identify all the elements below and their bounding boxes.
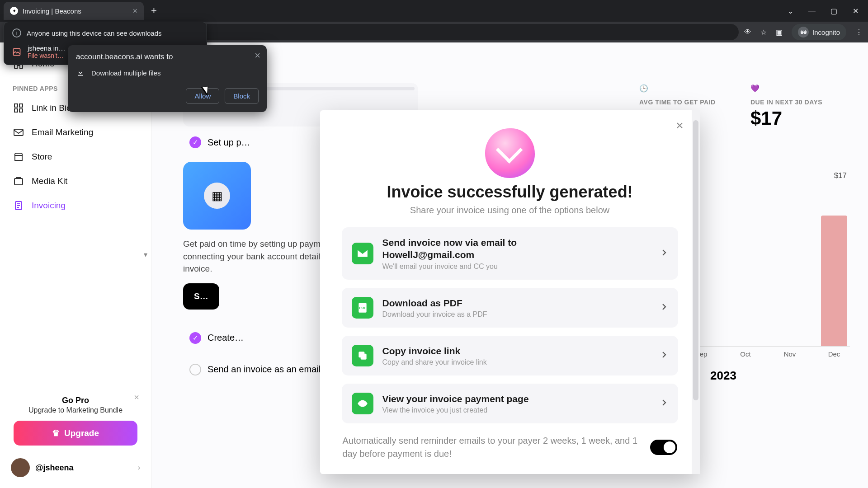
stat-label: DUE IN NEXT 30 DAYS bbox=[750, 99, 850, 106]
bookmark-star-icon[interactable]: ☆ bbox=[760, 28, 767, 37]
window-minimize-icon[interactable]: — bbox=[807, 7, 816, 15]
sidebar-item-label: Invoicing bbox=[32, 201, 66, 211]
reminder-text: Automatically send reminder emails to yo… bbox=[343, 434, 639, 460]
chevron-down-icon[interactable]: ⌄ bbox=[786, 7, 795, 15]
chevron-right-icon bbox=[660, 303, 668, 313]
qr-icon: ▦ bbox=[204, 183, 230, 209]
success-badge-icon bbox=[485, 128, 535, 178]
download-filename[interactable]: jsheena in… bbox=[28, 44, 65, 52]
stat-label: AVG TIME TO GET PAID bbox=[639, 99, 739, 106]
tab-title: Invoicing | Beacons bbox=[23, 7, 128, 15]
stat-value: $17 bbox=[750, 108, 850, 129]
kebab-menu-icon[interactable]: ⋮ bbox=[855, 28, 863, 37]
window-maximize-icon[interactable]: ▢ bbox=[829, 7, 838, 15]
tab-favicon: ✦ bbox=[10, 7, 18, 15]
sidebar-item-label: Store bbox=[32, 152, 52, 162]
extensions-icon[interactable]: ▣ bbox=[776, 28, 783, 37]
eye-off-icon[interactable]: 👁 bbox=[744, 28, 751, 36]
tab-close-icon[interactable]: × bbox=[132, 6, 137, 16]
chevron-right-icon bbox=[660, 249, 668, 258]
chevron-right-icon: › bbox=[138, 464, 140, 472]
sidebar-item-store[interactable]: Store bbox=[7, 145, 144, 169]
promo-title: Go Pro bbox=[14, 396, 137, 405]
svg-rect-6 bbox=[14, 178, 23, 185]
envelope-icon bbox=[352, 243, 373, 264]
invoice-generated-modal: × Invoice successfully generated! Share … bbox=[320, 110, 700, 474]
reminder-toggle-row: Automatically send reminder emails to yo… bbox=[342, 432, 678, 460]
eye-icon bbox=[352, 393, 373, 414]
setup-step-label: Set up p… bbox=[208, 137, 250, 148]
browser-tabstrip: ✦ Invoicing | Beacons × + ⌄ — ▢ ✕ bbox=[0, 0, 868, 22]
chevron-right-icon bbox=[660, 351, 668, 361]
incognito-label: Incognito bbox=[812, 28, 840, 36]
modal-title: Invoice successfully generated! bbox=[342, 183, 678, 202]
browser-tab[interactable]: ✦ Invoicing | Beacons × bbox=[4, 2, 144, 20]
svg-rect-11 bbox=[359, 352, 364, 357]
illustration-card: ▦ bbox=[183, 162, 251, 230]
close-icon[interactable]: × bbox=[676, 118, 683, 133]
close-icon[interactable]: × bbox=[255, 50, 260, 61]
sidebar-item-media-kit[interactable]: Media Kit bbox=[7, 169, 144, 193]
create-step-label: Create… bbox=[208, 333, 244, 343]
reminder-toggle[interactable] bbox=[650, 440, 677, 455]
clock-icon: 🕒 bbox=[639, 84, 651, 96]
heart-icon: 💜 bbox=[750, 84, 762, 96]
send-step-label: Send an invoice as an email bbox=[208, 364, 321, 375]
media-kit-icon bbox=[13, 175, 24, 187]
block-button[interactable]: Block bbox=[225, 88, 259, 104]
upgrade-button-label: Upgrade bbox=[64, 428, 99, 438]
check-icon: ✓ bbox=[189, 136, 201, 148]
image-file-icon bbox=[12, 47, 21, 56]
bar-value-label: $17 bbox=[834, 171, 847, 180]
svg-rect-1 bbox=[14, 104, 18, 107]
sidebar-item-email-marketing[interactable]: Email Marketing bbox=[7, 120, 144, 145]
window-controls: ⌄ — ▢ ✕ bbox=[786, 7, 868, 15]
option-send-email[interactable]: Send invoice now via email toHowellJ@gma… bbox=[342, 227, 678, 280]
avatar bbox=[11, 458, 30, 477]
downloads-message: Anyone using this device can see downloa… bbox=[27, 28, 162, 38]
allow-button[interactable]: Allow bbox=[186, 88, 219, 104]
invoice-icon bbox=[13, 200, 24, 211]
incognito-indicator[interactable]: 🕶 Incognito bbox=[792, 24, 846, 40]
user-handle: @jsheena bbox=[35, 463, 74, 473]
option-view-page[interactable]: View your invoice payment page View the … bbox=[342, 384, 678, 423]
check-icon: ✓ bbox=[189, 332, 201, 344]
svg-rect-2 bbox=[19, 104, 23, 107]
download-icon bbox=[76, 68, 85, 78]
chevron-down-icon[interactable]: ▾ bbox=[144, 250, 151, 258]
sidebar-item-invoicing[interactable]: Invoicing bbox=[7, 193, 144, 218]
sidebar-item-label: Link in Bio bbox=[32, 103, 71, 113]
stat-due: 💜 DUE IN NEXT 30 DAYS $17 bbox=[750, 84, 850, 129]
envelope-icon bbox=[13, 127, 24, 138]
permission-origin: account.beacons.ai wants to bbox=[76, 52, 259, 61]
permission-action: Download multiple files bbox=[91, 69, 160, 77]
svg-point-12 bbox=[361, 402, 364, 405]
copy-icon bbox=[352, 345, 373, 366]
svg-rect-5 bbox=[14, 129, 23, 136]
svg-rect-3 bbox=[14, 109, 18, 112]
pdf-icon: PDF bbox=[352, 297, 373, 319]
unchecked-icon bbox=[189, 364, 201, 375]
scrollbar[interactable] bbox=[692, 110, 700, 474]
primary-action-button[interactable]: S… bbox=[183, 283, 219, 310]
promo-subtitle: Upgrade to Marketing Bundle bbox=[14, 406, 137, 414]
svg-rect-4 bbox=[19, 109, 23, 112]
user-menu[interactable]: @jsheena › bbox=[7, 452, 144, 479]
sidebar-item-label: Email Marketing bbox=[32, 127, 93, 137]
window-close-icon[interactable]: ✕ bbox=[851, 7, 860, 15]
grid-icon bbox=[13, 102, 24, 114]
crown-icon: ♛ bbox=[52, 428, 60, 438]
mouse-cursor bbox=[203, 84, 212, 96]
promo-card: × Go Pro Upgrade to Marketing Bundle ♛ U… bbox=[7, 389, 144, 452]
upgrade-button[interactable]: ♛ Upgrade bbox=[14, 421, 137, 446]
info-icon: i bbox=[12, 28, 21, 38]
incognito-icon: 🕶 bbox=[798, 27, 809, 38]
modal-subtitle: Share your invoice using one of the opti… bbox=[342, 205, 678, 216]
store-icon bbox=[13, 151, 24, 163]
close-icon[interactable]: × bbox=[134, 392, 139, 403]
new-tab-button[interactable]: + bbox=[151, 5, 157, 17]
svg-text:PDF: PDF bbox=[359, 306, 366, 310]
option-copy-link[interactable]: Copy invoice link Copy and share your in… bbox=[342, 336, 678, 375]
sidebar-item-label: Media Kit bbox=[32, 176, 67, 186]
option-download-pdf[interactable]: PDF Download as PDF Download your invoic… bbox=[342, 288, 678, 328]
